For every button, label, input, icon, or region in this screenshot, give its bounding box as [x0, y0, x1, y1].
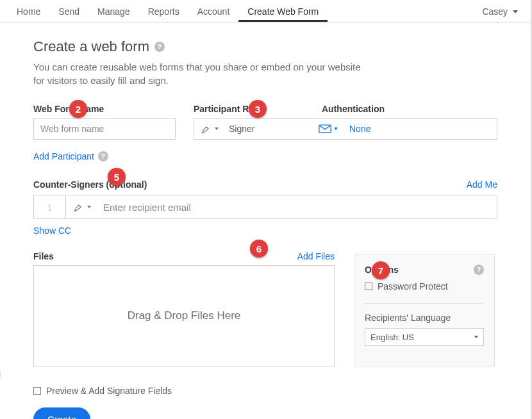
nav-tab-reports[interactable]: Reports: [139, 1, 188, 22]
nav-tab-manage[interactable]: Manage: [88, 1, 139, 22]
files-section: Files Add Files Drag & Drop Files Here: [33, 251, 335, 366]
callout-7: 7: [372, 261, 390, 279]
counter-signer-row: 1 Enter recipient email: [33, 195, 497, 219]
divider: [365, 303, 484, 304]
page-description: You can create reusable web forms that y…: [33, 60, 367, 87]
envelope-icon: [319, 124, 331, 133]
role-dropdown[interactable]: [194, 123, 225, 135]
create-button[interactable]: Create: [33, 407, 90, 419]
role-value: Signer: [225, 124, 315, 134]
help-icon[interactable]: ?: [98, 151, 108, 161]
fields-row: Web form name Signer None: [33, 118, 497, 140]
add-participant-link[interactable]: Add Participant ?: [33, 151, 108, 161]
files-header: Files Add Files: [33, 251, 335, 261]
counter-email-input[interactable]: Enter recipient email: [98, 195, 497, 218]
counter-index: 1: [34, 195, 66, 218]
recipients-language-label: Recipients' Language: [365, 313, 484, 323]
recipients-language-select[interactable]: English: US: [365, 328, 484, 346]
callout-5: 5: [108, 168, 126, 186]
user-menu[interactable]: Casey: [482, 6, 523, 17]
chevron-down-icon: [215, 127, 219, 130]
callout-2: 2: [69, 100, 87, 118]
chevron-down-icon: [513, 10, 518, 13]
nav-tab-home[interactable]: Home: [8, 1, 49, 22]
callout-3: 3: [249, 100, 267, 118]
language-value: English: US: [370, 333, 414, 342]
page-title: Create a web form ?: [33, 38, 165, 55]
help-icon[interactable]: ?: [474, 265, 484, 275]
web-form-name-input[interactable]: Web form name: [33, 118, 176, 140]
password-protect-option[interactable]: Password Protect: [365, 281, 484, 292]
help-icon[interactable]: ?: [154, 42, 165, 52]
files-and-options: Files Add Files Drag & Drop Files Here O…: [33, 251, 497, 366]
counter-signers-label: Counter-Signers (optional): [33, 179, 147, 190]
nav-tab-account[interactable]: Account: [188, 1, 239, 22]
role-auth-row: Signer None: [194, 118, 497, 140]
add-me-link[interactable]: Add Me: [467, 179, 497, 190]
chevron-down-icon: [474, 336, 478, 338]
auth-value[interactable]: None: [342, 124, 370, 134]
page-title-text: Create a web form: [33, 38, 149, 55]
files-label: Files: [33, 251, 54, 261]
nav-tab-create-web-form[interactable]: Create Web Form: [238, 1, 328, 22]
preview-signature-label: Preview & Add Signature Fields: [46, 386, 172, 396]
show-cc-link[interactable]: Show CC: [33, 226, 497, 236]
files-dropzone[interactable]: Drag & Drop Files Here: [33, 265, 335, 366]
chevron-down-icon: [334, 127, 338, 130]
chevron-down-icon: [87, 206, 91, 208]
page: Home Send Manage Reports Account Create …: [0, 0, 532, 419]
nav-tab-send[interactable]: Send: [49, 1, 88, 22]
preview-signature-option[interactable]: Preview & Add Signature Fields: [33, 386, 497, 396]
add-files-link[interactable]: Add Files: [297, 251, 335, 261]
auth-dropdown[interactable]: [315, 124, 342, 133]
password-protect-label: Password Protect: [378, 281, 448, 292]
callout-6: 6: [250, 240, 268, 258]
pen-icon: [73, 201, 85, 213]
label-web-form-name: Web Form Name: [33, 104, 194, 114]
pen-icon: [201, 123, 212, 135]
checkbox-icon: [365, 283, 372, 290]
add-participant-text: Add Participant: [33, 151, 94, 161]
content: Create a web form ? You can create reusa…: [0, 23, 531, 419]
counter-role-dropdown[interactable]: [66, 195, 98, 218]
label-authentication: Authentication: [322, 104, 488, 114]
checkbox-icon: [33, 387, 41, 395]
user-name: Casey: [482, 6, 508, 17]
top-nav: Home Send Manage Reports Account Create …: [0, 0, 531, 23]
counter-signers-header: Counter-Signers (optional) Add Me: [33, 179, 497, 190]
